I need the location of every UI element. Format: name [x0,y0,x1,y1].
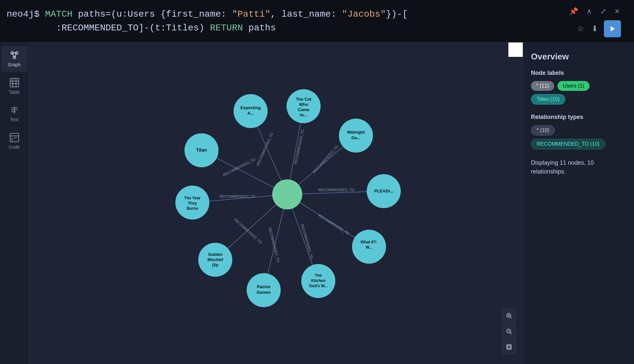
zoom-controls [502,308,516,354]
svg-text:RECOMMENDED_TO: RECOMMENDED_TO [317,213,350,236]
svg-text:What If?:: What If?: [361,240,377,244]
window-controls: 📌 ∧ ⤢ × [568,5,621,18]
svg-text:RECOMMENDED_TO: RECOMMENDED_TO [312,144,339,174]
graph-svg: RECOMMENDED_TO RECOMMENDED_TO RECOMMENDE… [29,42,523,364]
svg-line-60 [510,333,512,334]
svg-line-56 [510,317,512,319]
svg-text:Titan: Titan [196,147,207,153]
svg-text:Midnight: Midnight [347,130,365,135]
svg-text:Came: Came [298,107,309,112]
badge-all-rel[interactable]: * (10) [531,125,555,136]
svg-text:Kitchen: Kitchen [311,278,326,283]
svg-line-18 [11,138,13,139]
svg-text:Patriot: Patriot [257,284,271,289]
display-info: Displaying 11 nodes, 10 relationships. [531,158,626,176]
node-labels-title: Node labels [531,70,626,76]
svg-text:Mischief: Mischief [207,257,223,262]
keyword-match: MATCH [45,9,73,19]
svg-text:(Sp: (Sp [212,263,218,267]
svg-text:RECOMMENDED_TO: RECOMMENDED_TO [234,218,263,245]
svg-text:They: They [188,201,197,206]
svg-text:Ga...: Ga... [351,135,361,140]
sidebar-label-graph: Graph [8,62,21,67]
svg-rect-63 [508,346,510,348]
svg-text:Burne: Burne [187,206,198,211]
node-center[interactable] [272,179,302,209]
pin-button[interactable]: 📌 [568,6,579,17]
svg-text:Who: Who [299,102,308,107]
svg-text:RECOMMENDED_TO: RECOMMENDED_TO [300,223,314,259]
top-bar: neo4j$ MATCH paths=(u:Users {first_name:… [0,0,634,42]
svg-text:Sudden: Sudden [208,252,222,257]
zoom-in-button[interactable] [502,308,516,323]
svg-text:God's W...: God's W... [309,284,328,288]
zoom-out-button[interactable] [502,324,516,339]
sidebar-label-code: Code [9,144,20,150]
top-controls: 📌 ∧ ⤢ × ☆ ⬇ [568,5,627,37]
chevron-up-button[interactable]: ∧ [585,6,593,17]
star-button[interactable]: ☆ [576,23,586,35]
prompt-label: neo4j$ [7,9,40,19]
fit-view-button[interactable] [502,340,516,354]
graph-canvas[interactable]: RECOMMENDED_TO RECOMMENDED_TO RECOMMENDE… [29,42,523,364]
badge-titles-nodes[interactable]: Titles (10) [531,94,565,105]
badge-users-nodes[interactable]: Users (1) [557,81,590,91]
svg-text:RECOMMENDED_TO: RECOMMENDED_TO [220,194,255,198]
sidebar-label-table: Table [9,90,20,95]
node-labels-badges: * (11) Users (1) Titles (10) [531,81,626,105]
sidebar-item-graph[interactable]: Graph [1,46,27,72]
svg-marker-0 [611,26,615,32]
sidebar-label-text: Text [10,117,19,122]
sidebar-item-table[interactable]: Table [1,73,27,99]
sidebar-item-code[interactable]: Code [1,128,27,154]
badge-recommended-to-rel[interactable]: RECOMMENDED_TO (10) [531,139,605,149]
close-button[interactable]: × [613,5,621,18]
badge-all-nodes[interactable]: * (11) [531,81,554,91]
download-button[interactable]: ⬇ [590,23,599,35]
relationship-type-badges: * (10) RECOMMENDED_TO (10) [531,125,626,149]
svg-text:RECOMMENDED_TO: RECOMMENDED_TO [318,188,354,192]
svg-text:PLEADI...: PLEADI... [374,189,394,193]
overview-title: Overview [531,52,626,62]
overview-panel: Overview Node labels * (11) Users (1) Ti… [523,42,634,364]
relationship-types-title: Relationship types [531,114,626,121]
svg-line-19 [11,139,13,141]
svg-text:RECOMMENDED_TO: RECOMMENDED_TO [293,129,305,165]
svg-text:to...: to... [300,112,307,117]
sidebar-item-text[interactable]: Text [1,101,27,127]
corner-square [508,42,523,57]
svg-text:RECOMMENDED_TO: RECOMMENDED_TO [268,227,280,263]
svg-text:Games: Games [256,290,271,295]
svg-text:A...: A... [247,111,254,116]
svg-text:The Year: The Year [184,196,201,200]
expand-button[interactable]: ⤢ [599,6,608,17]
svg-text:W...: W... [366,245,373,250]
svg-rect-7 [10,78,19,87]
svg-text:Expecting: Expecting [240,105,261,110]
query-editor[interactable]: neo4j$ MATCH paths=(u:Users {first_name:… [7,8,568,35]
run-button[interactable] [604,20,621,37]
sidebar: Graph Table Text Code [0,42,29,364]
svg-text:The: The [315,273,322,278]
svg-text:The Cat: The Cat [296,97,311,102]
svg-text:RECOMMENDED_TO: RECOMMENDED_TO [222,157,256,177]
svg-text:RECOMMENDED_TO: RECOMMENDED_TO [256,132,274,166]
